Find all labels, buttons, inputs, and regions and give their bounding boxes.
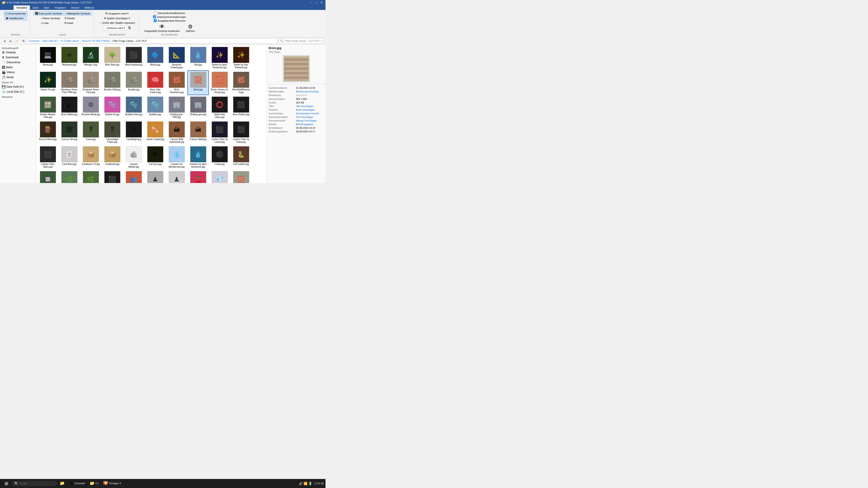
file-item[interactable]: 🪨Bordeaux Stone Floor PBR.jpg	[59, 70, 80, 95]
file-item[interactable]: 🌳Birch Bark.jpg	[101, 45, 123, 70]
file-item[interactable]: 🔷Blocky.jpg	[145, 45, 166, 70]
file-item[interactable]: ⚙Brushed Metal.jpg	[80, 95, 101, 120]
file-item[interactable]: 🧱Brick.jpg	[187, 70, 209, 95]
meta-value[interactable]: Markierung hinzufüg...	[296, 90, 320, 93]
meta-value[interactable]: Autor hinzufügen	[296, 108, 315, 111]
sidebar-item-datagelb[interactable]: 💾 Data Gelb (K:)	[0, 84, 36, 89]
extra-gross-button[interactable]: ⬛ Extra große Symbole	[33, 11, 64, 15]
file-item[interactable]: 🪨Bordeaux Stone Floor.jpg	[80, 70, 101, 95]
file-item[interactable]: 🔬Biologic I.jpg	[80, 45, 101, 70]
file-item[interactable]: 🕯Candlelight.jpg	[123, 120, 145, 145]
chk-dateinamen-input[interactable]	[153, 15, 156, 18]
close-button[interactable]: ✕	[319, 1, 324, 4]
nav-forward-button[interactable]: ▶	[8, 38, 13, 43]
tab-datei[interactable]: Datei	[30, 5, 41, 10]
file-item[interactable]: ✨Bokeh by Ray Edwards.jpg	[230, 45, 252, 70]
chk-ausgeblendete[interactable]: Ausgeblendete Elemente	[153, 19, 186, 22]
meta-value[interactable]: Kommentare hinzufü...	[296, 112, 321, 115]
breadcrumb-texturen[interactable]: Texturen FILTER FORGE	[82, 39, 110, 42]
minimize-button[interactable]: ─	[309, 1, 314, 4]
chk-elementkontroll[interactable]: Elementkontrollkästchen	[153, 11, 186, 15]
file-item[interactable]: ⬛Carbon Fiber Stairs.jpg	[37, 145, 59, 170]
file-item[interactable]: 👥Characters Stylized People.jpg	[123, 170, 145, 183]
liste-button[interactable]: ≡ Liste	[40, 21, 62, 25]
sidebar-item-pictures[interactable]: 🖼 Bilder	[0, 65, 36, 70]
meta-value[interactable]: Namen hinzufügen	[296, 119, 317, 122]
file-item[interactable]: 📐Blueprint Drawing.jpg	[166, 45, 187, 70]
file-item[interactable]: 🏔Canyon Wall (optimized).jpg	[166, 120, 187, 145]
tab-start[interactable]: Start	[41, 5, 52, 10]
sidebar-item-music[interactable]: 🎵 Musik	[0, 75, 36, 80]
sortieren-button[interactable]: ↕ Sortieren nach ▾	[103, 25, 127, 31]
maximize-button[interactable]: □	[314, 1, 319, 4]
file-item[interactable]: 💧Caustics by Ignis Serpentus.jpg	[187, 145, 209, 170]
sidebar-item-downloads[interactable]: ⬇ Downloads	[0, 55, 36, 60]
file-item[interactable]: 🧱Brick Pavement.jpg	[166, 70, 187, 95]
tab-freigeben[interactable]: Freigeben	[52, 5, 68, 10]
file-item[interactable]: 🌿Cell Snippet.jpg	[59, 170, 80, 183]
file-item[interactable]: ⬛Black Asphalt.jpg	[123, 45, 145, 70]
file-item[interactable]: 🪵Burned Wood.jpg	[37, 120, 59, 145]
file-item[interactable]: ⬛Carbon Fiber by Lareeil.jpg	[209, 120, 230, 145]
file-item[interactable]: 💎Chrome Diamond Plate v2.jpg	[209, 170, 230, 183]
tab-bildtools[interactable]: Bildtools	[82, 5, 97, 10]
detailbereich-button[interactable]: ▣ Detailbereich	[4, 16, 27, 20]
search-input[interactable]	[284, 39, 322, 42]
vorschaufenster-button[interactable]: ◫ Vorschaufenster	[4, 11, 28, 15]
file-item[interactable]: ♟Checkered Fabric Designer.jpg	[166, 170, 187, 183]
file-item[interactable]: 🫧Bubbles.jpg	[145, 95, 166, 120]
file-item[interactable]: 🐍Cell Leather.jpg	[230, 145, 252, 170]
chk-dateinamen[interactable]: Dateinamenerweiterungen	[152, 15, 187, 19]
optionen-button[interactable]: ⚙ Optionen	[184, 23, 197, 33]
file-item[interactable]: 🃏Card Back.jpg	[59, 145, 80, 170]
nav-up-button[interactable]: ↑	[14, 38, 20, 43]
file-item[interactable]: 📦Cardboard.jpg	[101, 145, 123, 170]
file-item[interactable]: 🌿Chaotic Grass.jpg	[80, 170, 101, 183]
file-item[interactable]: 🏔Canyon Wall.jpg	[187, 120, 209, 145]
file-item[interactable]: 🎖Camo.jpg	[80, 120, 101, 145]
file-item[interactable]: 💧Boil.jpg	[187, 45, 209, 70]
file-item[interactable]: ⬛Chaotigate.jpg	[101, 170, 123, 183]
file-item[interactable]: ⬛Burn Rubber.jpg	[230, 95, 252, 120]
breadcrumb-computer[interactable]: Computer	[29, 39, 39, 42]
file-item[interactable]: 🏢Building gen PBR.jpg	[166, 95, 187, 120]
sidebar-item-localc[interactable]: 💿 Local Disk (C:)	[0, 89, 36, 94]
file-item[interactable]: 📦Cardboard 2.0.jpg	[80, 145, 101, 170]
file-item[interactable]: ⭕Bullet Hole Glass.jpg	[209, 95, 230, 120]
tab-verwalten[interactable]: Verwalten	[13, 5, 30, 10]
file-item[interactable]: 💻Binary.jpg	[37, 45, 59, 70]
breadcrumb[interactable]: Computer › Data Gelb (K:) › Fx Grafik Li…	[27, 38, 278, 43]
file-item[interactable]: 👁Cat Eyes.jpg	[145, 145, 166, 170]
file-item[interactable]: ✨Bokeh Pro.jpg	[37, 70, 59, 95]
file-item[interactable]: 🧱BrickWallWindow 5.jpg	[230, 70, 252, 95]
groesse-button[interactable]: ↔ Größe aller Spalten anpassen	[97, 21, 137, 25]
file-item[interactable]: 🫧Bubbles Rain.jpg	[123, 95, 145, 120]
file-item[interactable]: ⚫Caviar.jpg	[209, 145, 230, 170]
mittelgrosse-button[interactable]: ▪ Mittelgroße Symbole	[64, 11, 92, 15]
kleine-button[interactable]: • Kleine Symbole	[40, 16, 62, 20]
file-item[interactable]: 🔲Cell Noise Study Examples.jpg	[37, 170, 59, 183]
breadcrumb-fxgrafik[interactable]: Fx Grafik Library	[61, 39, 79, 42]
file-item[interactable]: 🏢Building gen.jpg	[187, 95, 209, 120]
file-item[interactable]: ⬛Carbon Fiber by Nutsy.jpg	[230, 120, 252, 145]
file-item[interactable]: 🪟Broken Mosaic Tiles.jpg	[37, 95, 59, 120]
nav-back-button[interactable]: ◀	[2, 38, 7, 43]
breadcrumb-datagelb[interactable]: Data Gelb (K:)	[42, 39, 58, 42]
file-item[interactable]: 🪨Boulder Wall.jpg	[101, 70, 123, 95]
file-item[interactable]: 🫧Bubble Art.jpg	[101, 95, 123, 120]
nav-refresh-button[interactable]: ↻	[21, 38, 26, 43]
meta-value[interactable]: Text hinzufügen	[296, 116, 313, 119]
tab-ansicht[interactable]: Ansicht	[68, 5, 82, 10]
file-item[interactable]: 🎖Camouflage Fabric.jpg	[101, 120, 123, 145]
file-item[interactable]: 🍬Candy Coated.jpg	[145, 120, 166, 145]
file-item[interactable]: ☣Biohazard.jpg	[59, 45, 80, 70]
chk-elementkontroll-input[interactable]	[154, 11, 157, 14]
inhalt-button[interactable]: ⊟ Inhalt	[63, 21, 86, 25]
search-box[interactable]: 🔍	[278, 38, 324, 43]
file-item[interactable]: 🪨Carrara Marble.jpg	[123, 145, 145, 170]
meta-value[interactable]: Titel hinzufügen	[296, 105, 313, 107]
file-item[interactable]: 🧱Bricks Version 01 Simple.jpg	[209, 70, 230, 95]
file-item[interactable]: 🕸Cammo Net.jpg	[59, 120, 80, 145]
file-item[interactable]: 🧠Brain Jelly Cuisine.jpg	[145, 70, 166, 95]
file-item[interactable]: 🖌Brush Maker.jpg	[59, 95, 80, 120]
